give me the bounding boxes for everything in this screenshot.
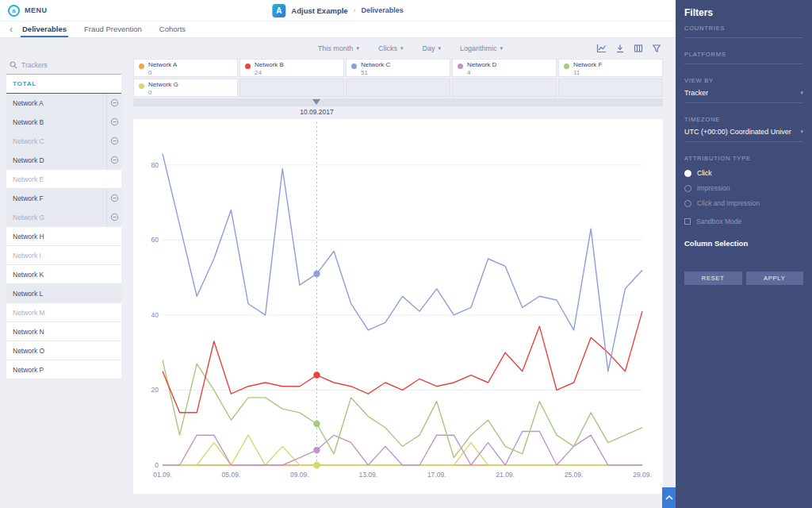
tracker-item[interactable]: Network M — [6, 303, 121, 322]
tracker-item[interactable]: Network D — [6, 151, 121, 170]
tab-cohorts[interactable]: Cohorts — [158, 21, 187, 37]
timeline-strip[interactable] — [133, 98, 663, 106]
legend-item[interactable]: Network A0 — [133, 59, 238, 77]
timezone-select[interactable]: UTC (+00:00) Coordinated Universal... ▾ — [684, 128, 803, 136]
tab-fraud-prevention[interactable]: Fraud Prevention — [82, 21, 144, 37]
tabs-bar: ‹ DeliverablesFraud PreventionCohorts — [0, 21, 676, 38]
tracker-item[interactable]: Network B — [6, 113, 121, 132]
toolbar-dropdown-logarithmic[interactable]: Logarithmic▾ — [460, 44, 503, 52]
tracker-item[interactable]: Network C — [6, 132, 121, 151]
menu-button[interactable]: a MENU — [0, 5, 48, 17]
column-selection[interactable]: Column Selection — [684, 239, 803, 248]
line-chart[interactable]: 02040608001.09.05.09.09.09.13.09.17.09.2… — [133, 119, 663, 494]
view-by-select[interactable]: Tracker ▾ — [684, 89, 803, 97]
tracker-item[interactable]: Network O — [6, 341, 121, 360]
tracker-item-total[interactable]: TOTAL — [6, 75, 121, 94]
tracker-item-label: Network O — [6, 341, 121, 360]
radio-click[interactable]: Click — [684, 169, 803, 177]
tracker-item-label: Network H — [6, 227, 121, 245]
minus-circle-icon — [110, 194, 119, 202]
series-network-f[interactable] — [163, 360, 642, 458]
legend-empty-cell — [558, 79, 663, 97]
remove-tracker-icon[interactable] — [106, 113, 121, 131]
legend-empty-cell — [452, 79, 557, 97]
tab-deliverables[interactable]: Deliverables — [21, 21, 68, 37]
marker-dot — [313, 462, 320, 468]
legend-item[interactable]: Network C51 — [346, 59, 450, 77]
sandbox-mode-checkbox[interactable]: Sandbox Mode — [684, 217, 803, 225]
toolbar-dropdown-day[interactable]: Day▾ — [422, 44, 441, 52]
search-icon — [10, 61, 17, 69]
tracker-list: Network ANetwork BNetwork CNetwork DNetw… — [6, 94, 121, 379]
radio-click-and-impression[interactable]: Click and Impression — [684, 199, 803, 207]
tracker-item[interactable]: Network L — [6, 284, 121, 303]
platforms-label[interactable]: PLATFORMS — [684, 51, 803, 58]
countries-label[interactable]: COUNTRIES — [684, 25, 803, 32]
remove-tracker-icon[interactable] — [106, 151, 121, 169]
filters-sidebar: Filters COUNTRIES PLATFORMS VIEW BY Trac… — [676, 0, 812, 508]
scroll-top-button[interactable] — [662, 487, 676, 508]
tracker-item[interactable]: Network H — [6, 227, 121, 246]
tracker-item[interactable]: Network F — [6, 189, 121, 208]
tracker-item[interactable]: Network A — [6, 94, 121, 113]
table-icon[interactable] — [634, 44, 643, 53]
series-network-b[interactable] — [163, 311, 642, 413]
toolbar-dropdown-this-month[interactable]: This month▾ — [318, 44, 359, 52]
tracker-item[interactable]: Network N — [6, 322, 121, 341]
content: Trackers TOTAL Network ANetwork BNetwork… — [0, 38, 676, 508]
x-tick-label: 25.09. — [565, 471, 584, 479]
toolbar-icons — [596, 44, 661, 53]
legend-name: Network B — [255, 61, 284, 69]
legend-item[interactable]: Network D4 — [452, 59, 557, 77]
adjust-mini-logo-icon: a — [8, 5, 20, 17]
radio-impression[interactable]: Impression — [684, 184, 803, 192]
top-bar: a MENU A Adjust Example › Deliverables — [0, 0, 676, 21]
remove-tracker-icon[interactable] — [106, 132, 121, 150]
remove-tracker-icon[interactable] — [106, 208, 121, 226]
minus-circle-icon — [110, 213, 119, 221]
chart-kpi-icon[interactable] — [596, 44, 607, 53]
timezone-value: UTC (+00:00) Coordinated Universal... — [684, 128, 791, 136]
app-name[interactable]: Adjust Example — [291, 6, 347, 15]
tracker-item[interactable]: Network K — [6, 265, 121, 284]
download-icon[interactable] — [615, 44, 625, 53]
tracker-item[interactable]: Network I — [6, 246, 121, 265]
toolbar-dropdown-clicks[interactable]: Clicks▾ — [378, 44, 404, 52]
legend-value: 24 — [255, 69, 284, 77]
attribution-type-label: ATTRIBUTION TYPE — [684, 155, 803, 162]
reset-button[interactable]: RESET — [684, 271, 742, 285]
back-chevron-icon[interactable]: ‹ — [10, 24, 13, 35]
tracker-item[interactable]: Network E — [6, 170, 121, 189]
chart-zone: This month▾Clicks▾Day▾Logarithmic▾ — [133, 38, 663, 494]
marker-dot — [313, 371, 320, 378]
chevron-up-icon — [665, 495, 673, 501]
apply-button[interactable]: APPLY — [746, 271, 804, 285]
series-network-c[interactable] — [163, 154, 642, 371]
legend-color-dot — [458, 64, 463, 69]
legend-value: 0 — [148, 69, 177, 77]
tracker-search-input[interactable]: Trackers — [6, 56, 121, 75]
remove-tracker-icon[interactable] — [106, 189, 121, 207]
main-area: a MENU A Adjust Example › Deliverables ‹… — [0, 0, 676, 508]
legend-item[interactable]: Network F11 — [558, 59, 663, 77]
tracker-item[interactable]: Network P — [6, 360, 121, 379]
tabs: DeliverablesFraud PreventionCohorts — [21, 21, 187, 37]
y-tick-label: 0 — [155, 461, 159, 469]
remove-tracker-icon[interactable] — [106, 94, 121, 112]
chart-card: 02040608001.09.05.09.09.09.13.09.17.09.2… — [133, 119, 663, 494]
legend-name: Network A — [148, 61, 177, 69]
breadcrumb-current[interactable]: Deliverables — [362, 6, 404, 14]
timeline-marker-icon[interactable] — [312, 99, 320, 105]
tracker-item[interactable]: Network G — [6, 208, 121, 227]
legend-empty-cell — [239, 79, 344, 97]
total-label: TOTAL — [13, 80, 36, 87]
filters-title: Filters — [684, 7, 803, 18]
legend-item[interactable]: Network B24 — [239, 59, 344, 77]
minus-circle-icon — [110, 156, 119, 164]
breadcrumb: A Adjust Example › Deliverables — [272, 4, 403, 17]
tracker-item-label: Network D — [6, 151, 106, 169]
sandbox-mode-label: Sandbox Mode — [696, 217, 741, 225]
legend-item[interactable]: Network G0 — [133, 79, 238, 97]
filter-funnel-icon[interactable] — [652, 44, 661, 53]
marker-dot — [313, 421, 320, 427]
